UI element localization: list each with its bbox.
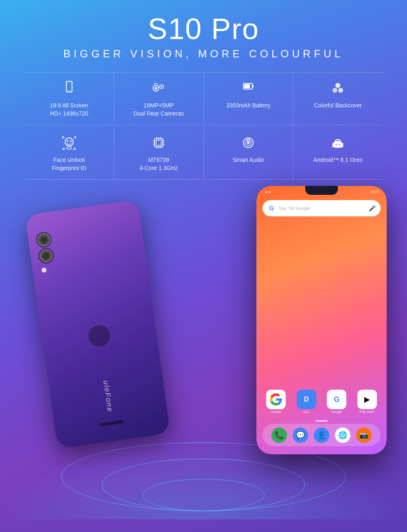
svg-point-5 <box>161 86 162 87</box>
svg-rect-16 <box>155 139 163 147</box>
svg-rect-34 <box>334 143 342 148</box>
phone-screen: ▲▲ 10:29 G Say 'Ok Google' 🎤 <box>256 186 387 454</box>
app-grid: Google D Duo G Google <box>263 390 381 414</box>
status-icons-left: ▲▲ <box>265 190 271 194</box>
feature-cpu: MT6739 4-Core 1.3GHz <box>114 127 204 179</box>
svg-point-11 <box>338 88 343 93</box>
dock-camera[interactable]: 📷 <box>356 427 372 443</box>
battery-icon <box>240 80 256 98</box>
app-label-google: Google <box>271 410 281 414</box>
svg-point-38 <box>340 141 341 142</box>
svg-rect-17 <box>156 140 161 145</box>
app-label-duo: Duo <box>303 410 309 414</box>
feature-faceunlock: Face Unlock Fingerprint ID <box>24 127 114 179</box>
faceunlock-icon <box>61 135 77 153</box>
backcover-icon <box>330 80 346 98</box>
app-icon-duo: D <box>297 390 316 409</box>
app-icon-google2: G <box>327 390 346 409</box>
android-icon <box>330 135 346 153</box>
backcover-text: Colorful Backcover <box>314 102 362 110</box>
search-placeholder: Say 'Ok Google' <box>279 206 365 211</box>
phone-notch <box>305 186 338 195</box>
feature-backcover: Colorful Backcover <box>293 73 383 125</box>
product-name: S10 Pro <box>148 12 259 46</box>
phones-container: uleFone ▲▲ 10:29 G Say 'Ok Google' 🎤 <box>0 186 407 519</box>
features-row-1: 19:9 All Screen HD+ 1498x720 16MP+5MP Du… <box>24 72 383 125</box>
svg-point-14 <box>70 140 72 142</box>
cpu-text: MT6739 4-Core 1.3GHz <box>140 156 178 172</box>
brand-label: uleFone <box>101 380 114 413</box>
feature-camera: 16MP+5MP Dual Rear Cameras <box>114 73 204 125</box>
camera-flash <box>41 268 47 273</box>
mic-icon: 🎤 <box>369 205 376 211</box>
svg-point-9 <box>335 83 340 88</box>
screen-text: 19:9 All Screen HD+ 1498x720 <box>50 102 88 118</box>
app-label-google2: Google <box>331 410 342 414</box>
feature-audio: Smart Audio <box>204 127 293 179</box>
svg-point-3 <box>155 87 157 89</box>
dock-messages[interactable]: 💬 <box>293 427 308 443</box>
home-indicator <box>315 420 328 422</box>
fingerprint-sensor <box>87 323 112 349</box>
svg-point-12 <box>65 138 73 146</box>
svg-point-37 <box>335 141 336 142</box>
feature-battery: 3350mAh Battery <box>204 73 293 125</box>
dock-contacts[interactable]: 👤 <box>314 427 329 443</box>
android-text: Android™ 8.1 Oreo <box>313 156 363 164</box>
camera-text: 16MP+5MP Dual Rear Cameras <box>133 102 184 118</box>
feature-screen: 19:9 All Screen HD+ 1498x720 <box>24 73 114 125</box>
svg-point-36 <box>339 144 340 145</box>
svg-point-35 <box>336 144 337 145</box>
svg-point-15 <box>67 147 72 149</box>
phone-front: ▲▲ 10:29 G Say 'Ok Google' 🎤 <box>256 186 387 454</box>
feature-android: Android™ 8.1 Oreo <box>293 127 383 179</box>
audio-text: Smart Audio <box>233 156 264 164</box>
dock-phone[interactable]: 📞 <box>271 427 287 443</box>
app-item-playstore[interactable]: ▶ Play Store <box>354 390 381 414</box>
camera-icon <box>151 80 167 98</box>
svg-point-10 <box>333 88 337 93</box>
phone-speaker <box>99 420 124 427</box>
phone-back: uleFone <box>25 200 171 449</box>
app-dock: 📞 💬 👤 🌐 📷 <box>263 424 381 446</box>
svg-rect-8 <box>244 84 250 88</box>
app-icon-playstore: ▶ <box>357 390 377 409</box>
status-time: 10:29 <box>370 190 379 194</box>
battery-text: 3350mAh Battery <box>226 102 270 110</box>
features-row-2: Face Unlock Fingerprint ID <box>24 127 383 180</box>
app-item-duo[interactable]: D Duo <box>293 390 320 414</box>
svg-point-13 <box>67 140 68 142</box>
hero-section: S10 Pro BIGGER VISION, MORE COLOURFUL 19… <box>0 0 407 532</box>
camera-lens-1 <box>37 233 51 247</box>
faceunlock-text: Face Unlock Fingerprint ID <box>52 156 86 172</box>
app-icon-google <box>266 390 286 409</box>
app-label-playstore: Play Store <box>359 410 374 414</box>
cpu-icon <box>151 135 167 153</box>
camera-lens-2 <box>39 249 53 263</box>
dock-chrome[interactable]: 🌐 <box>335 427 350 443</box>
svg-rect-7 <box>252 85 254 87</box>
search-bar[interactable]: G Say 'Ok Google' 🎤 <box>263 200 381 216</box>
app-item-google2[interactable]: G Google <box>323 390 350 414</box>
google-logo: G <box>267 204 276 212</box>
screen-icon <box>61 80 77 98</box>
app-item-google[interactable]: Google <box>263 390 290 414</box>
phone-camera-module <box>37 233 55 273</box>
audio-icon <box>240 135 256 153</box>
product-tagline: BIGGER VISION, MORE COLOURFUL <box>63 48 344 60</box>
